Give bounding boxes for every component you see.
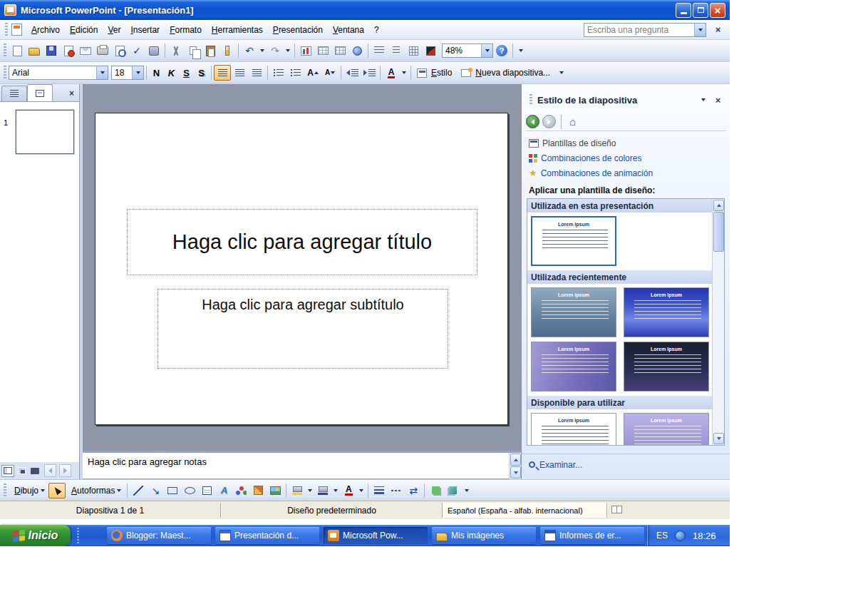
taskbar-button-powerpoint[interactable]: Microsoft Pow... [324, 527, 428, 544]
link-plantillas-de-diseno[interactable]: Plantillas de diseño [529, 135, 653, 150]
clock[interactable]: 18:26 [693, 531, 716, 541]
help-button[interactable]: ? [493, 43, 510, 58]
insert-chart-button[interactable] [297, 43, 314, 58]
italic-button[interactable]: K [164, 65, 179, 81]
menubar-grip[interactable] [5, 23, 8, 37]
align-right-button[interactable] [248, 65, 265, 81]
drawing-toolbar-grip[interactable] [4, 483, 6, 498]
redo-dropdown[interactable] [284, 44, 292, 58]
task-pane-close-button[interactable]: × [712, 94, 724, 106]
browse-link[interactable]: Examinar... [539, 460, 582, 470]
tab-esquema[interactable] [1, 86, 27, 101]
design-thumbnail-ocean[interactable]: Lorem Ipsum [624, 287, 709, 337]
menu-ver[interactable]: Ver [103, 21, 125, 39]
close-button[interactable]: × [710, 3, 725, 18]
link-combinaciones-de-colores[interactable]: Combinaciones de colores [529, 150, 653, 165]
scroll-right-button[interactable] [59, 464, 71, 477]
research-button[interactable] [145, 43, 162, 58]
line-color-dropdown[interactable] [331, 483, 340, 498]
arrow-tool-button[interactable]: ↘ [147, 483, 164, 498]
notes-scrollbar[interactable] [509, 453, 521, 479]
toolbar-options-button[interactable] [515, 42, 527, 59]
bullets-button[interactable] [287, 65, 304, 81]
notes-scroll-up-button[interactable] [510, 454, 521, 466]
align-center-button[interactable] [231, 65, 248, 81]
arrow-style-button[interactable]: ⇄ [405, 483, 422, 498]
menu-edicion[interactable]: Edición [65, 21, 103, 39]
line-style-button[interactable] [371, 483, 388, 498]
menu-presentacion[interactable]: Presentación [268, 21, 328, 39]
insert-picture-button[interactable] [267, 483, 284, 498]
forward-button[interactable] [542, 115, 556, 128]
wordart-button[interactable]: A [215, 483, 232, 498]
copy-button[interactable] [185, 43, 202, 58]
shadow-style-button[interactable] [427, 483, 444, 498]
decrease-indent-button[interactable] [343, 65, 361, 81]
oval-tool-button[interactable] [181, 483, 198, 498]
design-thumbnail-available-2[interactable]: Lorem Ipsum [624, 413, 709, 446]
title-placeholder[interactable]: Haga clic para agregar título [127, 209, 477, 275]
link-combinaciones-de-animacion[interactable]: ★ Combinaciones de animación [529, 165, 653, 180]
bold-button[interactable]: N [149, 65, 164, 81]
align-left-button[interactable] [214, 65, 231, 81]
design-thumbnail-steel[interactable]: Lorem Ipsum [531, 287, 616, 337]
start-button[interactable]: Inicio [0, 525, 71, 546]
menu-herramientas[interactable]: Herramientas [207, 21, 268, 39]
taskbar-button-presentacion[interactable]: Presentación d... [215, 527, 319, 544]
home-button[interactable]: ⌂ [567, 116, 579, 128]
ask-question-box[interactable]: Escriba una pregunta [584, 23, 706, 37]
zoom-dropdown[interactable] [481, 44, 492, 57]
cut-button[interactable] [167, 43, 185, 58]
language-indicator[interactable]: ES [656, 531, 668, 541]
line-color-button[interactable] [314, 483, 331, 498]
font-dropdown[interactable] [96, 66, 108, 79]
scroll-up-button[interactable] [713, 200, 724, 211]
print-button[interactable] [94, 43, 111, 58]
format-painter-button[interactable] [219, 43, 236, 58]
decrease-font-button[interactable]: A [321, 65, 339, 81]
insert-hyperlink-button[interactable] [348, 43, 366, 58]
taskbar-button-mis-imagenes[interactable]: Mis imágenes [432, 527, 536, 544]
fill-color-button[interactable] [289, 483, 306, 498]
menu-archivo[interactable]: Archivo [26, 21, 65, 39]
quick-launch-grip[interactable] [77, 528, 79, 543]
autoshapes-menu-button[interactable]: Autoformas [66, 483, 125, 498]
scroll-left-button[interactable] [44, 464, 56, 477]
design-thumbnail-navy[interactable]: Lorem Ipsum [624, 342, 709, 392]
insert-table-button[interactable] [314, 43, 331, 58]
task-pane-menu-button[interactable] [697, 94, 709, 106]
scrollbar-thumb[interactable] [713, 212, 724, 252]
font-combobox[interactable]: Arial [9, 66, 108, 80]
expand-all-button[interactable] [371, 43, 388, 58]
paste-button[interactable] [202, 43, 219, 58]
undo-dropdown[interactable] [258, 44, 267, 58]
menu-ayuda[interactable]: ? [369, 21, 384, 39]
tab-diapositivas[interactable] [27, 84, 53, 101]
font-color-button[interactable]: A [383, 65, 400, 81]
tray-notification-icon[interactable] [675, 531, 686, 541]
increase-font-button[interactable]: A [304, 65, 321, 81]
slide-canvas[interactable]: Haga clic para agregar título Haga clic … [95, 113, 508, 425]
open-button[interactable] [26, 43, 43, 58]
undo-button[interactable]: ↶ [241, 43, 258, 58]
save-button[interactable] [43, 43, 60, 58]
spelling-button[interactable]: ✓ [128, 43, 145, 58]
font-size-dropdown[interactable] [132, 66, 143, 79]
ask-question-dropdown[interactable] [694, 24, 706, 36]
new-slide-button[interactable]: Nueva diapositiva... [458, 65, 556, 81]
title-bar[interactable]: Microsoft PowerPoint - [Presentación1] × [0, 0, 730, 20]
scroll-down-button[interactable] [713, 433, 724, 444]
menu-ventana[interactable]: Ventana [328, 21, 369, 39]
line-tool-button[interactable] [130, 483, 147, 498]
font-color-dropdown-drawing[interactable] [357, 483, 366, 498]
diagram-button[interactable] [232, 483, 249, 498]
slide-design-button[interactable]: Estilo [413, 65, 458, 81]
zoom-combobox[interactable]: 48% [442, 44, 493, 58]
draw-menu-button[interactable]: Dibujo [9, 483, 48, 498]
color-grayscale-button[interactable] [422, 43, 439, 58]
rectangle-tool-button[interactable] [164, 483, 181, 498]
notes-placeholder[interactable]: Haga clic para agregar notas [88, 456, 207, 467]
minimize-button[interactable] [676, 3, 691, 18]
design-thumbnail-violet[interactable]: Lorem Ipsum [531, 342, 616, 392]
show-grid-button[interactable] [405, 43, 422, 58]
